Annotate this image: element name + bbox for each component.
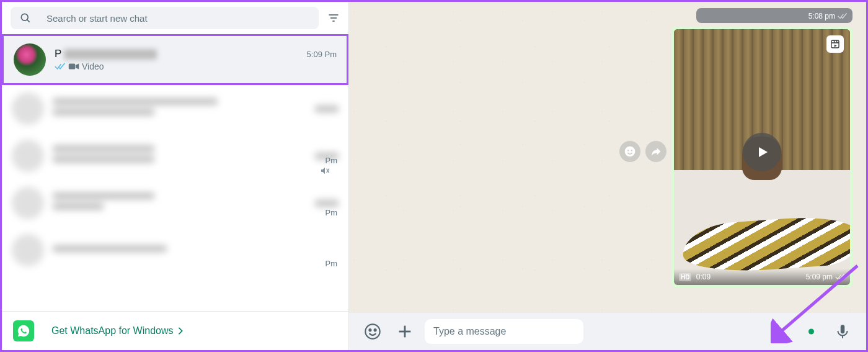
mute-icon xyxy=(320,166,330,176)
blurred-chats xyxy=(2,85,348,284)
message-time: 5:08 pm xyxy=(808,12,835,20)
chat-preview: Video xyxy=(55,61,337,71)
forward-button[interactable] xyxy=(645,141,666,162)
whatsapp-logo-icon xyxy=(13,320,34,341)
chat-time: 5:09 Pm xyxy=(307,50,337,59)
svg-point-9 xyxy=(625,147,636,157)
search-bar xyxy=(2,2,348,34)
chat-item-selected[interactable]: P 5:09 Pm Video xyxy=(2,34,348,85)
chat-time-partial: Pm xyxy=(326,156,338,165)
svg-point-10 xyxy=(627,150,629,151)
svg-rect-12 xyxy=(831,40,839,48)
read-receipt-icon xyxy=(55,62,66,71)
emoji-button[interactable] xyxy=(360,319,385,344)
svg-marker-16 xyxy=(835,45,837,47)
filter-icon[interactable] xyxy=(327,12,340,24)
composer xyxy=(349,313,866,350)
input-indicator-icon xyxy=(808,329,814,335)
video-icon xyxy=(68,62,79,71)
video-thumbnail[interactable]: HD 0:09 5:09 pm xyxy=(674,29,850,285)
message-actions xyxy=(619,141,666,162)
svg-marker-17 xyxy=(759,147,768,157)
read-receipt-icon xyxy=(838,12,848,20)
chat-list-panel: P 5:09 Pm Video xyxy=(2,2,349,350)
read-receipt-icon xyxy=(835,273,845,281)
play-button[interactable] xyxy=(743,133,781,171)
svg-point-0 xyxy=(21,14,28,20)
avatar xyxy=(14,43,46,76)
messages-area: 5:08 pm xyxy=(349,2,866,313)
reel-icon xyxy=(826,35,844,53)
svg-point-18 xyxy=(365,324,379,338)
emoji-react-button[interactable] xyxy=(619,141,640,162)
message-bubble-prev[interactable]: 5:08 pm xyxy=(696,8,852,23)
search-input[interactable] xyxy=(46,13,310,24)
search-icon xyxy=(19,12,32,24)
svg-rect-5 xyxy=(69,64,76,70)
svg-point-19 xyxy=(369,329,371,331)
promo-text: Get WhatsApp for Windows xyxy=(51,325,184,336)
chat-time-partial: Pm xyxy=(326,259,338,268)
mic-button[interactable] xyxy=(830,319,855,344)
hd-badge: HD xyxy=(679,273,691,281)
video-footer: HD 0:09 5:09 pm xyxy=(674,269,850,285)
message-video-bubble[interactable]: HD 0:09 5:09 pm xyxy=(671,27,852,287)
svg-point-11 xyxy=(631,150,632,151)
chat-list: P 5:09 Pm Video xyxy=(2,34,348,311)
svg-marker-6 xyxy=(76,64,79,70)
chat-time-partial: Pm xyxy=(326,208,338,217)
svg-line-1 xyxy=(27,20,30,22)
chevron-right-icon xyxy=(177,327,184,335)
message-input[interactable] xyxy=(425,319,583,344)
chat-panel: 5:08 pm xyxy=(349,2,866,350)
search-input-container[interactable] xyxy=(11,7,319,29)
message-time: 5:09 pm xyxy=(806,273,833,281)
video-duration: 0:09 xyxy=(696,273,711,281)
chat-preview-label: Video xyxy=(82,61,104,71)
svg-point-20 xyxy=(374,329,376,331)
chat-name: P xyxy=(55,48,157,60)
promo-banner[interactable]: Get WhatsApp for Windows xyxy=(2,311,348,350)
attach-button[interactable] xyxy=(392,319,417,344)
